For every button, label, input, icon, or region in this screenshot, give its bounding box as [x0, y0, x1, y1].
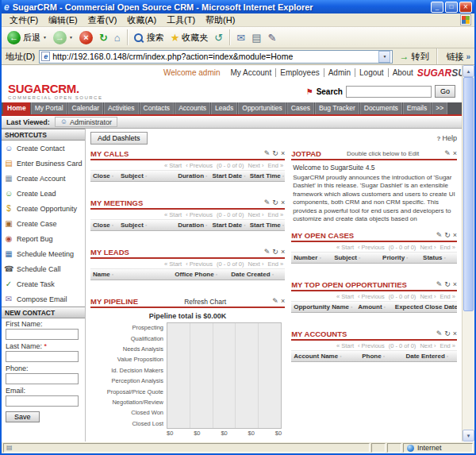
menu-file[interactable]: 文件(F) [5, 13, 43, 27]
dashlet-edit-icon[interactable]: ✎ [436, 281, 443, 288]
column-header-subject[interactable]: Subject◦ [118, 220, 175, 230]
pager-start[interactable]: « Start [164, 211, 182, 218]
tab-cases[interactable]: Cases [287, 102, 314, 114]
sidebar-item-schedule-meeting[interactable]: ▦ Schedule Meeting [2, 246, 85, 261]
pager-end[interactable]: End » [268, 211, 284, 218]
tab-more[interactable]: >> [432, 102, 447, 114]
column-header-amount[interactable]: Amount◦ [355, 302, 392, 312]
dashlet-close-icon[interactable]: × [453, 281, 457, 288]
history-button[interactable]: ↺ [213, 32, 225, 44]
dashlet-refresh-icon[interactable]: ↻ [444, 330, 451, 337]
pager-end[interactable]: End » [440, 293, 455, 300]
pager-previous[interactable]: ‹ Previous [358, 244, 385, 251]
go-button[interactable]: → 转到 [397, 50, 431, 64]
pager-end[interactable]: End » [268, 260, 284, 268]
last-viewed-item[interactable]: ☺ Administrator [55, 117, 117, 127]
global-search-input[interactable] [346, 86, 432, 98]
column-header-opportunity-name[interactable]: Opportunity Name◦ [291, 302, 355, 312]
menu-tools[interactable]: 工具(T) [162, 13, 200, 27]
scrollbar-thumb[interactable] [463, 77, 474, 311]
pager-next[interactable]: Next › [248, 162, 264, 169]
link-my-account[interactable]: My Account [227, 68, 277, 77]
dashlet-edit-icon[interactable]: ✎ [264, 249, 271, 256]
pager-start[interactable]: « Start [336, 293, 354, 300]
last-name-field[interactable] [6, 351, 79, 362]
stop-button[interactable]: × [78, 30, 94, 45]
print-button[interactable]: ▤ [250, 32, 263, 44]
column-header-subject[interactable]: Subject◦ [118, 171, 175, 181]
search-button[interactable]: 搜索 [132, 31, 166, 44]
column-header-account-name[interactable]: Account Name◦ [291, 351, 359, 361]
pager-previous[interactable]: ‹ Previous [186, 211, 213, 218]
forward-dropdown-icon[interactable]: ▼ [69, 35, 73, 40]
dashlet-close-icon[interactable]: × [281, 150, 285, 157]
pager-next[interactable]: Next › [248, 211, 264, 218]
link-logout[interactable]: Logout [355, 68, 389, 77]
dashlet-refresh-icon[interactable]: ↻ [444, 232, 451, 239]
column-header-start-time[interactable]: Start Time◦ [248, 220, 285, 230]
links-menu[interactable]: 链接 » [443, 51, 470, 63]
dashlet-close-icon[interactable]: × [281, 249, 285, 256]
sidebar-item-create-case[interactable]: ▣ Create Case [2, 216, 85, 231]
sidebar-item-enter-business-card[interactable]: ▤ Enter Business Card [2, 156, 85, 171]
phone-field[interactable] [6, 373, 79, 384]
dashlet-close-icon[interactable]: × [281, 199, 285, 206]
home-button[interactable]: ⌂ [113, 32, 122, 44]
tab-accounts[interactable]: Accounts [175, 102, 210, 114]
pager-start[interactable]: « Start [164, 162, 182, 169]
tab-leads[interactable]: Leads [211, 102, 237, 114]
column-header-start-date[interactable]: Start Date◦ [209, 171, 247, 181]
column-header-date-entered[interactable]: Date Entered◦ [403, 351, 457, 361]
maximize-button[interactable]: □ [445, 2, 458, 13]
tab-home[interactable]: Home [3, 102, 30, 114]
dashlet-edit-icon[interactable]: ✎ [436, 232, 443, 239]
tab-my-portal[interactable]: My Portal [31, 102, 67, 114]
column-header-start-time[interactable]: Start Time◦ [248, 171, 285, 181]
scrollbar-up-arrow[interactable]: ▲ [463, 65, 474, 77]
sidebar-item-create-contact[interactable]: ☺ Create Contact [2, 141, 85, 156]
tab-calendar[interactable]: Calendar [68, 102, 104, 114]
dashlet-refresh-icon[interactable]: ↻ [444, 281, 451, 288]
column-header-priority[interactable]: Priority◦ [380, 253, 420, 263]
favorites-button[interactable]: ★ 收藏夹 [169, 31, 210, 44]
sidebar-item-create-opportunity[interactable]: $ Create Opportunity [2, 201, 85, 216]
column-header-number[interactable]: Number◦ [291, 253, 332, 263]
dashlet-refresh-icon[interactable]: ↻ [272, 199, 278, 206]
pager-end[interactable]: End » [440, 342, 455, 349]
sidebar-item-compose-email[interactable]: ✉ Compose Email [2, 291, 85, 307]
close-button[interactable]: × [459, 2, 472, 13]
pager-next[interactable]: Next › [420, 244, 436, 251]
pager-start[interactable]: « Start [336, 244, 354, 251]
scrollbar-down-arrow[interactable]: ▼ [463, 430, 474, 442]
refresh-button[interactable]: ↻ [98, 32, 109, 44]
pager-next[interactable]: Next › [248, 260, 264, 268]
help-link[interactable]: ? Help [437, 134, 457, 142]
column-header-date-created[interactable]: Date Created◦ [228, 269, 285, 280]
column-header-duration[interactable]: Duration◦ [175, 171, 209, 181]
column-header-close[interactable]: Close◦ [90, 171, 118, 181]
vertical-scrollbar[interactable]: ▲ ▼ [462, 65, 474, 442]
dashlet-refresh-icon[interactable]: ↻ [272, 150, 278, 157]
link-employees[interactable]: Employees [276, 68, 324, 77]
dashlet-edit-icon[interactable]: ✎ [264, 150, 271, 157]
column-header-name[interactable]: Name◦ [90, 269, 172, 280]
email-field[interactable] [6, 395, 79, 407]
pager-start[interactable]: « Start [164, 260, 182, 268]
tab-bug-tracker[interactable]: Bug Tracker [315, 102, 359, 114]
tab-activities[interactable]: Activities [104, 102, 139, 114]
column-header-subject[interactable]: Subject◦ [332, 253, 380, 263]
address-input[interactable]: e http://192.168.0.148/crm/index.php?act… [39, 50, 393, 64]
menu-favorites[interactable]: 收藏(A) [122, 13, 161, 27]
menu-view[interactable]: 查看(V) [83, 13, 122, 27]
tab-opportunities[interactable]: Opportunities [238, 102, 286, 114]
tab-contacts[interactable]: Contacts [140, 102, 175, 114]
back-dropdown-icon[interactable]: ▼ [43, 35, 47, 40]
sidebar-item-create-account[interactable]: ▦ Create Account [2, 171, 85, 186]
sidebar-item-schedule-call[interactable]: ☎ Schedule Call [2, 261, 85, 276]
dashlet-refresh-icon[interactable]: ↻ [272, 249, 278, 256]
column-header-duration[interactable]: Duration◦ [175, 220, 209, 230]
tab-documents[interactable]: Documents [360, 102, 402, 114]
dashlet-edit-icon[interactable]: ✎ [264, 199, 271, 206]
mail-button[interactable]: ✉ [235, 32, 247, 44]
dashlet-close-icon[interactable]: × [453, 330, 457, 337]
